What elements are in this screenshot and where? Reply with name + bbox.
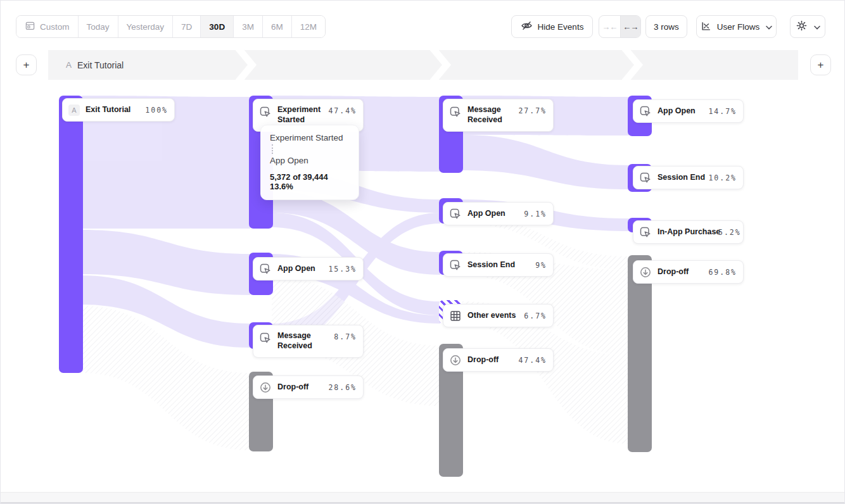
node-pct: 14.7% (708, 107, 737, 116)
tooltip-to-event: App Open (270, 156, 350, 165)
node-pct: 28.6% (328, 383, 357, 392)
node-pct: 6.7% (524, 312, 547, 320)
node-label: Message Received (277, 331, 332, 351)
node-label: Drop-off (658, 267, 708, 277)
link-tooltip: Experiment Started App Open 5,372 of 39,… (260, 125, 359, 200)
node-bar-exit-tutorial[interactable] (59, 96, 83, 373)
node-label: App Open (467, 208, 522, 218)
flow-node-exit-tutorial[interactable]: A Exit Tutorial 100% (62, 98, 175, 122)
node-label: Drop-off (277, 382, 328, 392)
step-a-badge: A (68, 104, 80, 116)
node-bar-drop-off-4[interactable] (628, 255, 652, 452)
flow-node-session-end-3[interactable]: Session End 9% (443, 253, 554, 277)
event-icon (639, 105, 652, 118)
node-label: Session End (658, 172, 708, 182)
drop-off-icon (449, 354, 462, 367)
event-icon (639, 172, 652, 184)
node-pct: 8.7% (334, 332, 357, 341)
flow-node-drop-off-2[interactable]: Drop-off 28.6% (253, 375, 364, 399)
node-pct: 10.2% (708, 173, 737, 182)
event-icon (259, 106, 272, 118)
event-icon (259, 332, 272, 344)
node-pct: 27.7% (518, 106, 547, 115)
drop-off-icon (259, 381, 272, 394)
flow-node-drop-off-3[interactable]: Drop-off 47.4% (443, 348, 554, 372)
node-pct: 15.3% (328, 265, 357, 274)
tooltip-from-event: Experiment Started (270, 133, 350, 142)
node-pct: 69.8% (708, 268, 737, 277)
node-label: App Open (658, 106, 708, 116)
event-icon (449, 208, 462, 220)
flow-node-other-events-3[interactable]: Other events 6.7% (443, 304, 554, 327)
node-label: App Open (277, 263, 328, 274)
node-label: Drop-off (467, 355, 518, 365)
flow-node-drop-off-4[interactable]: Drop-off 69.8% (633, 260, 744, 284)
tooltip-connector (272, 144, 273, 154)
event-icon (639, 226, 652, 239)
flow-node-app-open-4[interactable]: App Open 14.7% (633, 99, 744, 123)
flow-node-app-open-2[interactable]: App Open 15.3% (253, 257, 364, 280)
node-label: Experiment Started (277, 104, 328, 125)
node-label: Exit Tutorial (86, 104, 130, 115)
flow-node-app-open-3[interactable]: App Open 9.1% (443, 202, 554, 225)
node-label: Session End (467, 260, 522, 270)
node-pct: 47.4% (518, 356, 547, 365)
flow-node-session-end-4[interactable]: Session End 10.2% (633, 166, 744, 189)
event-icon (449, 259, 462, 272)
event-icon (259, 263, 272, 275)
sankey-nodes: A Exit Tutorial 100% Experiment Started … (1, 1, 844, 503)
event-icon (449, 106, 462, 118)
node-label: In-App Purchase (658, 227, 718, 237)
drop-off-icon (639, 266, 652, 279)
node-pct: 100% (145, 106, 168, 115)
grid-icon (449, 310, 462, 322)
node-pct: 9.1% (524, 210, 547, 218)
node-pct: 5.2% (718, 228, 741, 237)
node-pct: 9% (535, 261, 547, 270)
node-label: Other events (467, 310, 522, 320)
node-pct: 47.4% (328, 106, 357, 115)
flow-node-message-received-2[interactable]: Message Received 8.7% (253, 325, 364, 358)
flow-node-in-app-purchase-4[interactable]: In-App Purchase 5.2% (633, 220, 744, 244)
flow-node-message-received-3[interactable]: Message Received 27.7% (443, 99, 554, 132)
user-flows-canvas: Custom Today Yesterday 7D 30D 3M 6M 12M … (0, 0, 845, 504)
node-label: Message Received (467, 104, 518, 125)
tooltip-stat: 5,372 of 39,444 13.6% (270, 172, 350, 191)
